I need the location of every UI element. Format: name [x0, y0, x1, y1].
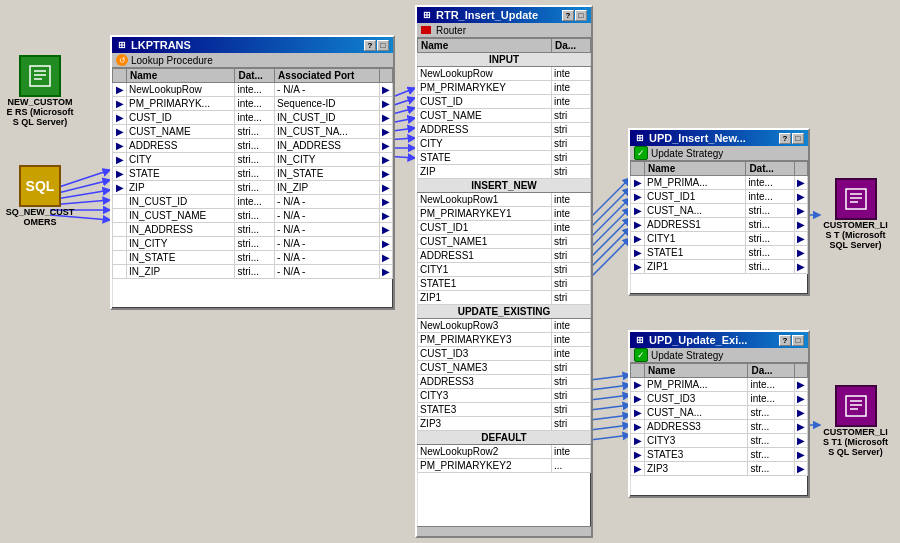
router-row-1-5: CITY1 stri	[418, 263, 591, 277]
lkptrans-min-btn[interactable]: ?	[364, 40, 376, 51]
row-port: IN_CUST_NA...	[275, 125, 380, 139]
upd-insert-table: Name Dat... ▶ PM_PRIMA... inte... ▶ ▶ CU…	[630, 161, 808, 274]
router-row-2-0: NewLookupRow3 inte	[418, 319, 591, 333]
router-row-dat: ...	[551, 459, 590, 473]
router-row-name: CITY3	[418, 389, 552, 403]
lkptrans-max-btn[interactable]: □	[377, 40, 389, 51]
row-port: - N/A -	[275, 237, 380, 251]
router-scrollbar-h[interactable]	[417, 526, 591, 536]
row-name: STATE3	[645, 448, 748, 462]
router-col-name: Name	[418, 39, 552, 53]
upd-update-max-btn[interactable]: □	[792, 335, 804, 346]
router-section-3: DEFAULT	[418, 431, 591, 445]
upd-insert-max-btn[interactable]: □	[792, 133, 804, 144]
row-name: CITY	[127, 153, 235, 167]
upd-update-col-name: Name	[645, 364, 748, 378]
sq-new-customers-node: SQL SQ_NEW_CUST OMERS	[5, 165, 75, 227]
upd-insert-subtitle-text: Update Strategy	[651, 148, 723, 159]
row-name: CUST_NA...	[645, 204, 746, 218]
row-port: - N/A -	[275, 251, 380, 265]
row-name: IN_CITY	[127, 237, 235, 251]
router-row-dat: stri	[551, 291, 590, 305]
upd-update-subtitle-icon: ✓	[634, 348, 648, 362]
lkptrans-titlebar: ⊞ LKPTRANS ? □	[112, 37, 393, 53]
router-row-dat: inte	[551, 319, 590, 333]
upd-insert-col-dat: Dat...	[746, 162, 795, 176]
router-row-name: CITY	[418, 137, 552, 151]
upd-insert-subtitle-icon: ✓	[634, 146, 648, 160]
row-arrow	[113, 237, 127, 251]
row-name: ZIP1	[645, 260, 746, 274]
row-end: ▶	[380, 237, 393, 251]
router-subtitle-icon	[421, 26, 431, 34]
row-name: ADDRESS3	[645, 420, 748, 434]
upd-insert-row-3: ▶ ADDRESS1 stri... ▶	[631, 218, 808, 232]
row-arrow: ▶	[113, 153, 127, 167]
upd-update-row-0: ▶ PM_PRIMA... inte... ▶	[631, 378, 808, 392]
router-min-btn[interactable]: ?	[562, 10, 574, 21]
upd-insert-row-6: ▶ ZIP1 stri... ▶	[631, 260, 808, 274]
row-port: Sequence-ID	[275, 97, 380, 111]
upd-insert-min-btn[interactable]: ?	[779, 133, 791, 144]
upd-insert-title-icon: ⊞	[634, 132, 646, 144]
lkptrans-col-name: Name	[127, 69, 235, 83]
row-end: ▶	[380, 251, 393, 265]
router-row-0-4: ADDRESS stri	[418, 123, 591, 137]
lkptrans-content: Name Dat... Associated Port ▶ NewLookupR…	[112, 68, 393, 308]
section-label: UPDATE_EXISTING	[418, 305, 591, 319]
upd-insert-col-end	[795, 162, 808, 176]
upd-insert-row-2: ▶ CUST_NA... stri... ▶	[631, 204, 808, 218]
router-row-2-7: ZIP3 stri	[418, 417, 591, 431]
new-customers-icon	[19, 55, 61, 97]
lkptrans-row-12: IN_STATE stri... - N/A - ▶	[113, 251, 393, 265]
svg-rect-34	[846, 189, 866, 209]
router-section-1: INSERT_NEW	[418, 179, 591, 193]
upd-insert-titlebar: ⊞ UPD_Insert_New... ? □	[630, 130, 808, 146]
row-arrow: ▶	[113, 125, 127, 139]
row-dat: stri...	[235, 181, 275, 195]
row-dat: stri...	[746, 232, 795, 246]
upd-insert-content: Name Dat... ▶ PM_PRIMA... inte... ▶ ▶ CU…	[630, 161, 808, 294]
row-name: STATE1	[645, 246, 746, 260]
lkptrans-subtitle-text: Lookup Procedure	[131, 55, 213, 66]
router-row-dat: inte	[551, 347, 590, 361]
row-name: IN_STATE	[127, 251, 235, 265]
upd-insert-subtitle: ✓ Update Strategy	[630, 146, 808, 161]
row-dat: stri...	[235, 223, 275, 237]
router-row-dat: stri	[551, 151, 590, 165]
lkptrans-row-0: ▶ NewLookupRow inte... - N/A - ▶	[113, 83, 393, 97]
sq-new-customers-label: SQ_NEW_CUST OMERS	[5, 207, 75, 227]
router-row-name: CUST_ID3	[418, 347, 552, 361]
router-content: Name Da... INPUT NewLookupRow inte PM_PR…	[417, 38, 591, 536]
row-arrow: ▶	[631, 232, 645, 246]
lkptrans-tbody: ▶ NewLookupRow inte... - N/A - ▶ ▶ PM_PR…	[113, 83, 393, 279]
row-dat: inte...	[235, 195, 275, 209]
row-name: ZIP	[127, 181, 235, 195]
row-end: ▶	[795, 232, 808, 246]
row-dat: stri...	[746, 204, 795, 218]
row-end: ▶	[380, 209, 393, 223]
customer-list-2-node: CUSTOMER_LIS T1 (Microsoft S QL Server)	[818, 385, 893, 457]
router-row-1-1: PM_PRIMARYKEY1 inte	[418, 207, 591, 221]
svg-line-20	[590, 238, 630, 278]
row-arrow: ▶	[113, 181, 127, 195]
router-row-name: NewLookupRow	[418, 67, 552, 81]
router-titlebar-buttons: ? □	[562, 10, 587, 21]
router-row-dat: stri	[551, 263, 590, 277]
row-port: - N/A -	[275, 209, 380, 223]
router-row-dat: inte	[551, 81, 590, 95]
row-end: ▶	[380, 139, 393, 153]
router-row-name: CUST_NAME	[418, 109, 552, 123]
router-subtitle-text: Router	[436, 25, 466, 36]
router-titlebar: ⊞ RTR_Insert_Update ? □	[417, 7, 591, 23]
row-end: ▶	[795, 434, 808, 448]
row-dat: inte...	[235, 97, 275, 111]
upd-update-row-3: ▶ ADDRESS3 str... ▶	[631, 420, 808, 434]
row-arrow: ▶	[631, 190, 645, 204]
row-dat: stri...	[235, 153, 275, 167]
sq-new-customers-icon: SQL	[19, 165, 61, 207]
row-arrow: ▶	[631, 434, 645, 448]
upd-update-min-btn[interactable]: ?	[779, 335, 791, 346]
router-max-btn[interactable]: □	[575, 10, 587, 21]
row-end: ▶	[795, 260, 808, 274]
